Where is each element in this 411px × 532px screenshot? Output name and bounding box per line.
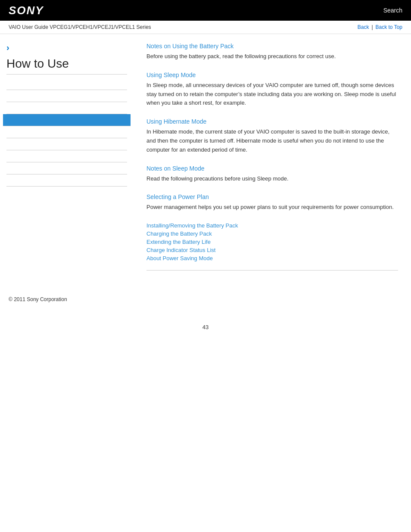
sidebar-item-3[interactable] — [6, 102, 127, 114]
back-to-top-link[interactable]: Back to Top — [376, 24, 402, 30]
sidebar-item-6[interactable] — [6, 138, 127, 150]
page-number: 43 — [0, 315, 411, 339]
link-charge-indicator[interactable]: Charge Indicator Status List — [146, 247, 398, 253]
footer: © 2011 Sony Corporation — [0, 288, 411, 315]
sidebar-item-8[interactable] — [6, 162, 127, 174]
copyright-text: © 2011 Sony Corporation — [9, 296, 67, 302]
link-charging-battery[interactable]: Charging the Battery Pack — [146, 230, 398, 237]
sidebar: › How to Use — [0, 34, 134, 288]
links-section: Installing/Removing the Battery Pack Cha… — [146, 222, 398, 261]
section-body-sleep-mode: In Sleep mode, all unnecessary devices o… — [146, 81, 398, 108]
nav-separator: | — [371, 24, 373, 30]
sidebar-item-9[interactable] — [6, 174, 127, 187]
sidebar-item-7[interactable] — [6, 150, 127, 162]
section-notes-sleep: Notes on Sleep Mode Read the following p… — [146, 165, 398, 184]
section-selecting-power: Selecting a Power Plan Power management … — [146, 193, 398, 212]
nav-links: Back | Back to Top — [358, 24, 402, 30]
section-body-notes-sleep: Read the following precautions before us… — [146, 174, 398, 184]
sidebar-item-1[interactable] — [6, 78, 127, 90]
section-sleep-mode: Using Sleep Mode In Sleep mode, all unne… — [146, 72, 398, 108]
search-button[interactable]: Search — [383, 7, 402, 14]
section-body-selecting-power: Power management helps you set up power … — [146, 203, 398, 212]
section-title-hibernate-mode[interactable]: Using Hibernate Mode — [146, 118, 398, 125]
guide-title: VAIO User Guide VPCEG1/VPCEH1/VPCEJ1/VPC… — [9, 24, 151, 30]
section-title-notes-sleep[interactable]: Notes on Sleep Mode — [146, 165, 398, 172]
section-title-notes-battery[interactable]: Notes on Using the Battery Pack — [146, 43, 398, 50]
section-notes-battery: Notes on Using the Battery Pack Before u… — [146, 43, 398, 61]
link-extending-life[interactable]: Extending the Battery Life — [146, 239, 398, 245]
sony-logo: SONY — [9, 4, 44, 17]
section-hibernate-mode: Using Hibernate Mode In Hibernate mode, … — [146, 118, 398, 154]
section-body-hibernate-mode: In Hibernate mode, the current state of … — [146, 128, 398, 154]
section-body-notes-battery: Before using the battery pack, read the … — [146, 52, 398, 61]
sidebar-item-2[interactable] — [6, 90, 127, 102]
sidebar-title: How to Use — [6, 57, 127, 75]
content-divider — [146, 270, 398, 271]
link-power-saving[interactable]: About Power Saving Mode — [146, 255, 398, 261]
sidebar-item-5[interactable] — [6, 126, 127, 138]
main-container: › How to Use Notes on Using the Battery … — [0, 34, 411, 288]
header: SONY Search — [0, 0, 411, 21]
sidebar-item-4-active[interactable] — [3, 114, 131, 126]
content-area: Notes on Using the Battery Pack Before u… — [134, 34, 411, 288]
chevron-icon: › — [6, 43, 127, 53]
section-title-selecting-power[interactable]: Selecting a Power Plan — [146, 193, 398, 200]
back-link[interactable]: Back — [358, 24, 369, 30]
section-title-sleep-mode[interactable]: Using Sleep Mode — [146, 72, 398, 78]
breadcrumb-bar: VAIO User Guide VPCEG1/VPCEH1/VPCEJ1/VPC… — [0, 21, 411, 34]
link-installing-battery[interactable]: Installing/Removing the Battery Pack — [146, 222, 398, 229]
